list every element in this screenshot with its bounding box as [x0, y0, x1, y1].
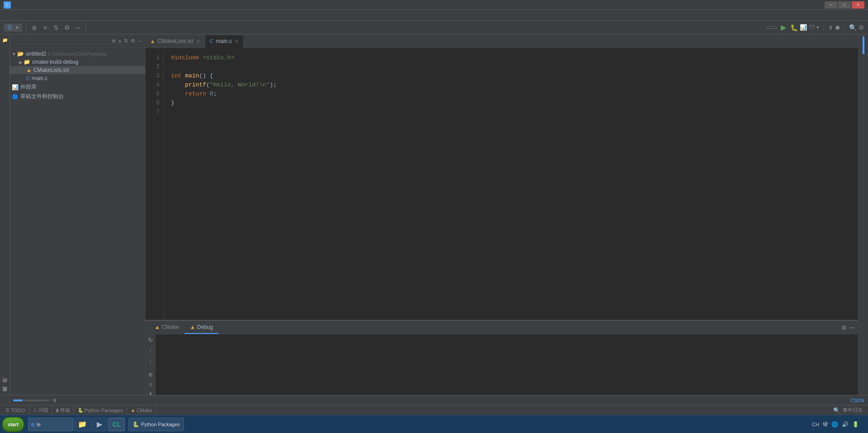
scroll-indicator [863, 36, 864, 54]
toolbar: ☰ ▾ ⊕ ≡ ⇅ ⚙ ─ ▶ 🐛 📊 🛡 ▾ | ⏸ ⏹ | 🔍 ⚙ [0, 21, 868, 34]
tree-item-cmake-build[interactable]: ▶ 📁 cmake-build-debug [10, 58, 145, 66]
csdn-text: CSDN [850, 398, 864, 403]
code-line-7 [171, 108, 858, 117]
taskbar-python-packages-area[interactable]: 🐍 Python Packages [128, 418, 184, 431]
toolbar-separator2 [86, 24, 86, 32]
code-line-2 [171, 62, 858, 71]
maximize-button[interactable]: □ [838, 1, 851, 9]
code-line-6: } [171, 99, 858, 108]
bottom-refresh-icon[interactable]: ↻ [148, 336, 153, 343]
tray-network-icon: 🌐 [831, 421, 838, 428]
bottom-action1-icon[interactable]: ⊕ [148, 371, 153, 378]
debug-bottom-icon: ▲ [190, 324, 195, 330]
stop-icon[interactable]: ⏹ [835, 24, 840, 31]
tree-item-untitled2[interactable]: ▼ 📂 untitled2 C:\Users\xxx\CLionProjects… [10, 50, 145, 58]
bottom-panel-tabs: ▲ CMake ▲ Debug ⚙ ─ [146, 321, 858, 334]
bottom-up-icon[interactable]: ↑ [149, 347, 152, 354]
taskbar-clion[interactable]: CL [108, 418, 125, 431]
left-sidebar-icons: 📁 结构 收藏夹 ☆ [0, 34, 10, 415]
progress-bar [13, 400, 49, 401]
footer-tabs: ☰ TODO ⚠ 问题 ▮ 终端 🐍 Python Packages ▲ CMa… [0, 405, 868, 415]
close-button[interactable]: ✕ [852, 1, 864, 9]
c-tab-close[interactable]: ✕ [235, 38, 239, 44]
add-icon[interactable]: ⊕ [30, 23, 39, 32]
add-config-button[interactable] [767, 26, 777, 29]
tree-item-scratch[interactable]: 🔵 草稿文件和控制台 [10, 92, 145, 101]
profile-icon[interactable]: 📊 [800, 24, 807, 31]
bottom-action2-icon[interactable]: ≡ [149, 381, 152, 388]
settings-icon[interactable]: ⚙ [62, 23, 71, 32]
footer-tab-terminal[interactable]: ▮ 终端 [52, 405, 74, 415]
more-icon[interactable]: ▾ [816, 24, 819, 30]
bottom-gear-icon[interactable]: ⚙ [841, 324, 847, 331]
debug-bottom-label: Debug [197, 324, 213, 330]
header-list-icon[interactable]: ≡ [118, 38, 121, 44]
header-expand-icon[interactable]: ⊕ [112, 38, 116, 44]
cmake-tab-label: CMakeLists.txt [158, 38, 193, 44]
bottom-minimize-icon[interactable]: ─ [850, 324, 854, 331]
code-line-4: printf ( "Hello, World!\n" ); [171, 81, 858, 90]
header-close-icon[interactable]: ─ [138, 38, 142, 44]
warning-icon: ⚠ [33, 408, 37, 413]
file-tree-panel: ⊕ ≡ ⇅ ⚙ ─ ▼ 📂 untitled2 C:\Users\xxx\CLi… [10, 34, 146, 415]
cmake-footer-icon: ▲ [131, 408, 135, 413]
minimize-button[interactable]: ─ [825, 1, 837, 9]
bottom-down-icon[interactable]: ↓ [149, 357, 152, 364]
tray-battery-icon: 🔋 [852, 421, 859, 428]
center-editor-area: ▲ CMakeLists.txt ✕ C main.c ✕ 1 2 [146, 34, 858, 415]
footer-tab-todo[interactable]: ☰ TODO [2, 405, 29, 415]
tree-item-extlib[interactable]: 📊 外部库 [10, 82, 145, 92]
bottom-tab-debug[interactable]: ▲ Debug [184, 321, 218, 334]
tab-cmakelists[interactable]: ▲ CMakeLists.txt ✕ [146, 35, 205, 48]
tab-mainc[interactable]: C main.c ✕ [205, 35, 244, 48]
bottom-tab-cmake[interactable]: ▲ CMake [149, 321, 184, 334]
search-button[interactable]: 🔍 [849, 24, 857, 31]
gear-button[interactable]: ⚙ [859, 24, 864, 31]
code-lines[interactable]: #include <stdio.h> int main () { printf [164, 48, 858, 320]
project-view-icon[interactable]: 📁 [0, 35, 9, 44]
menu-bar: const menuData = JSON.parse(document.get… [0, 10, 868, 21]
status-bar: ... ⏸ CSDN [0, 395, 868, 405]
file-tree-header: ⊕ ≡ ⇅ ⚙ ─ [10, 34, 145, 48]
footer-tab-cmake[interactable]: ▲ CMake [127, 405, 156, 415]
python-packages-icon: 🐍 [132, 421, 139, 428]
coverage-icon[interactable]: 🛡 [809, 24, 815, 31]
project-selector[interactable]: ☰ ▾ [4, 24, 22, 32]
tray-zh-icon: CH [812, 422, 819, 427]
right-sidebar [858, 34, 868, 415]
tray-keyboard-icon: 键 [823, 421, 828, 428]
tray-volume-icon: 🔊 [842, 421, 849, 428]
tree-item-mainc[interactable]: C main.c [10, 74, 145, 82]
debug-button[interactable]: 🐛 [790, 24, 798, 31]
footer-tab-problems[interactable]: ⚠ 问题 [29, 405, 52, 415]
collapse-icon[interactable]: ─ [73, 23, 82, 32]
header-gear-icon[interactable]: ⚙ [131, 38, 135, 44]
cmake-tab-icon: ▲ [150, 38, 155, 44]
bottom-panel-controls: ⚙ ─ [841, 324, 858, 331]
tab-bar: ▲ CMakeLists.txt ✕ C main.c ✕ [146, 34, 858, 48]
start-button[interactable]: start [2, 417, 24, 432]
run-button[interactable]: ▶ [778, 23, 788, 33]
tray: CH 键 🌐 🔊 🔋 [812, 421, 866, 428]
taskbar-ie[interactable]: e Ie [28, 418, 73, 431]
sort-icon[interactable]: ⇅ [52, 23, 61, 32]
progress-fill [13, 400, 22, 401]
list-icon[interactable]: ≡ [41, 23, 50, 32]
cmake-tab-close[interactable]: ✕ [196, 38, 200, 44]
code-editor-content[interactable]: 1 2 3 4 5 6 7 #include <stdio.h> [146, 48, 858, 320]
taskbar: start e Ie 📁 ▶ CL 🐍 Python Packages CH 键… [0, 415, 868, 433]
todo-icon: ☰ [5, 408, 9, 413]
search-footer-icon[interactable]: 🔍 [833, 407, 840, 414]
tree-item-cmakelists[interactable]: ▲ CMakeLists.txt [10, 66, 145, 74]
status-left: ... ⏸ [4, 398, 60, 403]
taskbar-apps: e Ie 📁 ▶ CL [28, 418, 125, 431]
pause-icon[interactable]: ⏸ [828, 24, 833, 31]
header-sort-icon[interactable]: ⇅ [124, 38, 128, 44]
pause-status-icon[interactable]: ⏸ [52, 398, 57, 403]
status-right: CSDN [823, 398, 864, 403]
footer-tab-python-packages[interactable]: 🐍 Python Packages [74, 405, 127, 415]
structure-label[interactable]: 结构 [0, 385, 9, 389]
taskbar-media[interactable]: ▶ [91, 418, 108, 431]
file-tree-content: ▼ 📂 untitled2 C:\Users\xxx\CLionProjects… [10, 48, 145, 412]
taskbar-folder[interactable]: 📁 [74, 418, 90, 431]
